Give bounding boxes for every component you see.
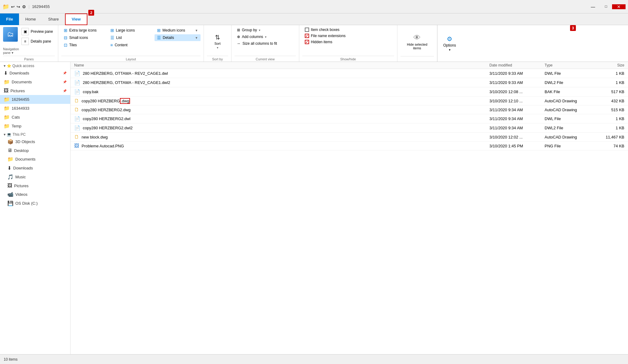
- sidebar-item-pictures-pc[interactable]: 🖼 Pictures: [0, 181, 70, 190]
- undo-btn[interactable]: ↩: [11, 4, 15, 9]
- tab-home[interactable]: Home: [19, 13, 42, 25]
- sidebar-item-3d-objects[interactable]: 📦 3D Objects: [0, 137, 70, 146]
- sort-by-btn[interactable]: ⇅ Sort ▾: [213, 32, 222, 51]
- file-size: 74 KB: [594, 144, 624, 148]
- group-by-btn[interactable]: ⊞ Group by ▾: [235, 27, 263, 33]
- sidebar-item-cats[interactable]: 📁 Cats: [0, 113, 70, 122]
- table-row[interactable]: 📄 280 HERZBERG, OTTAWA - REV2_CAGE1.dwl2…: [71, 78, 628, 87]
- hidden-items-checkbox[interactable]: [305, 40, 309, 44]
- details-pane-label: Details pane: [31, 39, 51, 44]
- item-checkboxes-label: Item check boxes: [311, 28, 339, 32]
- sidebar-downloads-pc-label: Downloads: [13, 166, 33, 170]
- navigation-pane-icon[interactable]: 🗂: [3, 27, 18, 42]
- ribbon-current-view-section: ⊞ Group by ▾ ⊕ Add columns ▾ ↔ Size all …: [232, 25, 299, 62]
- layout-tiles[interactable]: ⊡ Tiles: [61, 42, 107, 48]
- item-checkboxes-checkbox[interactable]: [305, 28, 309, 32]
- table-row[interactable]: 📄 copy280 HERZBERG2.dwl 3/11/2020 9:34 A…: [71, 114, 628, 123]
- sidebar-item-16294455[interactable]: 📁 16294455: [0, 95, 70, 104]
- close-btn[interactable]: ✕: [612, 4, 626, 9]
- sidebar-item-music[interactable]: 🎵 Music: [0, 173, 70, 181]
- options-icon: ⚙: [447, 35, 452, 43]
- layout-details[interactable]: ☰ Details ▼: [155, 34, 201, 41]
- add-columns-btn[interactable]: ⊕ Add columns ▾: [235, 34, 269, 40]
- preview-pane-icon: ▣: [21, 28, 29, 35]
- file-name-cell: 📄 280 HERZBERG, OTTAWA - REV2_CAGE1.dwl: [74, 70, 489, 76]
- header-type[interactable]: Type: [545, 63, 594, 67]
- details-pane-btn[interactable]: ≡ Details pane: [20, 37, 55, 46]
- layout-medium[interactable]: ⊞ Medium icons ▼: [155, 27, 201, 34]
- desktop-icon: 🖥: [7, 148, 12, 153]
- header-size[interactable]: Size: [594, 63, 624, 67]
- folder-16344933-icon: 📁: [4, 105, 10, 111]
- sort-dropdown-arrow: ▾: [217, 46, 218, 49]
- minimize-btn[interactable]: —: [586, 4, 600, 9]
- table-row[interactable]: 📄 copy280 HERZBERG2.dwl2 3/11/2020 9:34 …: [71, 123, 628, 133]
- ribbon-body: 🗂 ▣ Preview pane ≡ Details pane Navigati…: [0, 25, 628, 62]
- options-btn[interactable]: ⚙ Options ▾: [437, 25, 462, 62]
- sidebar-item-documents-pc[interactable]: 📁 Documents: [0, 155, 70, 164]
- layout-content[interactable]: ≡ Content: [108, 42, 154, 48]
- maximize-btn[interactable]: □: [600, 4, 612, 9]
- layout-small[interactable]: ⊟ Small icons: [61, 34, 107, 41]
- file-name-cell: 🖼 Probleme Autocad.PNG: [74, 143, 489, 149]
- sidebar-item-temp[interactable]: 📁 Temp: [0, 122, 70, 131]
- file-size: 1 KB: [594, 126, 624, 130]
- table-row[interactable]: 🗋 copy280 HERZBERG.dwg 3/10/2020 12:10 .…: [71, 97, 628, 105]
- preview-pane-label: Preview pane: [31, 29, 53, 34]
- ribbon-layout-section: ⊞ Extra large icons ⊞ Large icons ⊞ Medi…: [58, 25, 204, 62]
- layout-large[interactable]: ⊞ Large icons: [108, 27, 154, 34]
- sidebar-item-downloads-quick[interactable]: ⬇ Downloads 📌: [0, 69, 70, 78]
- sidebar-pictures-pc-label: Pictures: [14, 184, 29, 188]
- tab-view[interactable]: View 2: [65, 13, 87, 25]
- header-date[interactable]: Date modified: [489, 63, 545, 67]
- this-pc-header[interactable]: ▾ 💻 This PC: [0, 131, 70, 137]
- sidebar-3d-objects-label: 3D Objects: [15, 139, 35, 144]
- table-row[interactable]: 📄 280 HERZBERG, OTTAWA - REV2_CAGE1.dwl …: [71, 69, 628, 78]
- pictures-pc-icon: 🖼: [7, 183, 12, 188]
- table-row[interactable]: 🗋 copy280 HERZBERG2.dwg 3/11/2020 9:34 A…: [71, 105, 628, 114]
- redo-btn[interactable]: ↪: [17, 4, 20, 9]
- sidebar-osdisk-label: OS Disk (C:): [15, 201, 38, 206]
- sidebar-item-videos[interactable]: 📹 Videos: [0, 190, 70, 199]
- sidebar-item-pictures-quick[interactable]: 🖼 Pictures 📌: [0, 86, 70, 95]
- quick-access-header[interactable]: ▾ ⭐ Quick access: [0, 62, 70, 69]
- header-name[interactable]: Name: [74, 63, 489, 67]
- sidebar-item-downloads-pc[interactable]: ⬇ Downloads: [0, 164, 70, 173]
- file-date: 3/10/2020 12:08 ...: [489, 89, 545, 94]
- sidebar-item-desktop[interactable]: 🖥 Desktop: [0, 146, 70, 155]
- preview-pane-btn[interactable]: ▣ Preview pane: [20, 27, 55, 36]
- sidebar-item-documents-quick[interactable]: 📁 Documents 📌: [0, 78, 70, 86]
- file-name-extensions-checkbox[interactable]: [305, 34, 309, 38]
- medium-icon: ⊞: [157, 28, 161, 33]
- size-columns-icon: ↔: [237, 41, 241, 46]
- file-name-label: copy280 HERZBERG2.dwg: [82, 108, 131, 112]
- properties-btn[interactable]: ⚙: [22, 4, 26, 9]
- ribbon-sort-section: ⇅ Sort ▾ Sort by: [204, 25, 232, 62]
- sidebar-item-osdisk[interactable]: 💾 OS Disk (C:): [0, 199, 70, 208]
- table-row[interactable]: 📄 copy.bak 3/10/2020 12:08 ... BAK File …: [71, 87, 628, 97]
- tab-file[interactable]: File: [0, 13, 19, 25]
- size-all-columns-btn[interactable]: ↔ Size all columns to fit: [235, 40, 280, 47]
- file-size: 432 KB: [594, 99, 624, 103]
- layout-list[interactable]: ☰ List: [108, 34, 154, 41]
- options-label: Options: [443, 43, 456, 47]
- hide-selected-icon: 👁: [413, 33, 421, 42]
- navigation-pane-label: Navigationpane ▾: [3, 47, 19, 55]
- layout-dropdown-arrow-details: ▼: [195, 36, 198, 40]
- file-name-cell: 📄 copy280 HERZBERG2.dwl: [74, 116, 489, 122]
- folder-16294455-icon: 📁: [4, 97, 10, 102]
- tab-share[interactable]: Share: [42, 13, 65, 25]
- videos-icon: 📹: [7, 191, 13, 197]
- table-row[interactable]: 🗋 new block.dwg 3/10/2020 12:02 ... Auto…: [71, 133, 628, 142]
- hidden-items-row: Hidden items: [302, 39, 335, 45]
- separator: |: [29, 4, 29, 9]
- showhide-section-label: Show/hide: [302, 56, 394, 61]
- folder-temp-icon: 📁: [4, 123, 10, 129]
- layout-extra-large[interactable]: ⊞ Extra large icons: [61, 27, 107, 34]
- file-icon-autocad3: 🗋: [74, 134, 79, 140]
- table-row[interactable]: 🖼 Probleme Autocad.PNG 3/10/2020 1:45 PM…: [71, 142, 628, 150]
- navigation-pane-btn[interactable]: Navigationpane ▾: [3, 47, 19, 55]
- annotation-3: 3: [570, 25, 576, 31]
- hide-selected-btn[interactable]: 👁 Hide selected items: [406, 32, 429, 51]
- sidebar-item-16344933[interactable]: 📁 16344933: [0, 104, 70, 113]
